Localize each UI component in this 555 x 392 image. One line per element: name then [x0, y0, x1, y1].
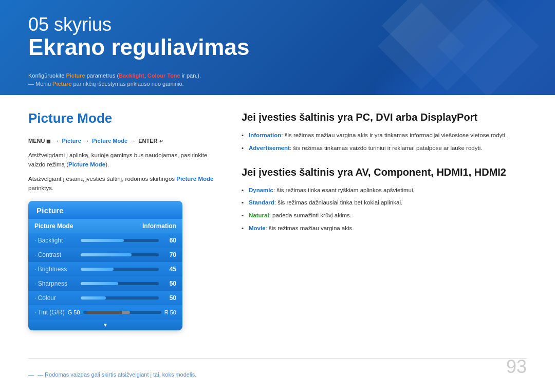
subtitle1-word1: Picture — [66, 72, 85, 79]
term-information: Information — [249, 132, 281, 138]
row-value-backlight: 60 — [164, 237, 176, 244]
backlight-row: · Backlight 60 — [28, 233, 182, 248]
header-content: 05 skyrius Ekrano reguliavimas — [28, 14, 249, 60]
picture-ui-arrow: ▼ — [28, 320, 182, 330]
row-value-sharpness: 50 — [164, 280, 176, 287]
subtitle1-word2: Backlight — [119, 72, 144, 79]
subtitle1-middle: parametrus ( — [85, 72, 119, 79]
section-title-av: Jei įvesties šaltinis yra AV, Component,… — [242, 165, 527, 179]
tint-r-value: R 50 — [164, 309, 176, 315]
decorative-diamond-2 — [437, 0, 539, 95]
bullet-item-information: Information: šis režimas mažiau vargina … — [242, 131, 527, 140]
picture-mode-ui: Picture Picture Mode Information · Backl… — [28, 201, 182, 330]
bullet-item-movie: Movie: šis režimas mažiau vargina akis. — [242, 224, 527, 233]
sharpness-fill — [81, 282, 118, 285]
description-1: Atsižvelgdami į aplinką, kurioje gaminys… — [28, 151, 218, 170]
row-value-contrast: 70 — [164, 251, 176, 258]
term-natural: Natural — [249, 212, 269, 218]
tint-label: · Tint (G/R) — [34, 309, 65, 316]
bullet-item-natural: Natural: padeda sumažinti krūvį akims. — [242, 211, 527, 220]
brightness-slider — [81, 268, 159, 271]
subtitle1-word3: Colour Tone — [147, 72, 180, 79]
sharpness-row: · Sharpness 50 — [28, 276, 182, 291]
row-label-colour: · Colour — [34, 294, 76, 302]
subtitle2-prefix: ― Meniu — [28, 81, 52, 87]
page-title: Ekrano reguliavimas — [28, 35, 249, 60]
sharpness-slider — [81, 282, 159, 285]
subtitle1-suffix: ir pan.). — [180, 72, 201, 79]
tint-fill-right — [122, 311, 130, 314]
row-value-colour: 50 — [164, 294, 176, 302]
header-subtitle-2: ― Meniu Picture parinkčių išdėstymas pri… — [28, 81, 184, 87]
bullet-item-dynamic: Dynamic: šis režimas tinka esant ryškiam… — [242, 186, 527, 195]
decorative-diamond-1 — [382, 0, 513, 91]
left-column: Picture Mode MENU ▦ → Picture → Picture … — [28, 110, 218, 330]
bullet-item-advertisement: Advertisement: šis režimas tinkamas vaiz… — [242, 144, 527, 153]
row-label-backlight: · Backlight — [34, 237, 76, 244]
tint-fill-left — [87, 311, 122, 314]
section-title-pc: Jei įvesties šaltinis yra PC, DVI arba D… — [242, 110, 527, 124]
picture-ui-header: Picture — [28, 201, 182, 219]
footer-note-text: ― Rodomas vaizdas gali skirtis atsižvelg… — [38, 371, 196, 378]
term-advertisement: Advertisement — [249, 145, 290, 151]
row-label-contrast: · Contrast — [34, 251, 76, 258]
contrast-row: · Contrast 70 — [28, 248, 182, 262]
bullet-list-pc: Information: šis režimas mažiau vargina … — [242, 131, 527, 153]
colour-slider — [81, 296, 159, 300]
contrast-fill — [81, 253, 132, 256]
footer-divider — [28, 358, 527, 359]
footer-note: ― ― Rodomas vaizdas gali skirtis atsižve… — [28, 371, 196, 378]
brightness-row: · Brightness 45 — [28, 262, 182, 276]
bullet-list-av: Dynamic: šis režimas tinka esant ryškiam… — [242, 186, 527, 233]
row-value-brightness: 45 — [164, 266, 176, 273]
term-dynamic: Dynamic — [249, 187, 273, 193]
backlight-slider — [81, 239, 159, 242]
decorative-diamond-3 — [378, 3, 465, 90]
row-label-sharpness: · Sharpness — [34, 280, 76, 287]
picture-mode-row: Picture Mode Information — [28, 219, 182, 233]
row-label-brightness: · Brightness — [34, 266, 76, 273]
term-movie: Movie — [249, 225, 266, 231]
colour-fill — [81, 296, 106, 300]
page-number: 93 — [506, 356, 527, 378]
header-banner: 05 skyrius Ekrano reguliavimas Konfigūru… — [0, 0, 555, 95]
backlight-fill — [81, 239, 124, 242]
right-column: Jei įvesties šaltinis yra PC, DVI arba D… — [242, 110, 527, 246]
bullet-item-standard: Standard: šis režimas dažniausiai tinka … — [242, 198, 527, 208]
term-standard: Standard — [249, 199, 274, 206]
tint-slider — [83, 311, 161, 314]
chapter-number: 05 skyrius — [28, 14, 249, 35]
header-subtitle-1: Konfigūruokite Picture parametrus (Backl… — [28, 72, 201, 79]
colour-row: · Colour 50 — [28, 291, 182, 305]
section-title-left: Picture Mode — [28, 110, 218, 126]
contrast-slider — [81, 253, 159, 256]
brightness-fill — [81, 268, 114, 271]
tint-g-value: G 50 — [68, 309, 80, 315]
menu-path: MENU ▦ → Picture → Picture Mode → ENTER … — [28, 138, 218, 144]
subtitle2-word: Picture — [52, 81, 71, 87]
row-value-mode: Information — [142, 222, 176, 230]
subtitle1-prefix: Konfigūruokite — [28, 72, 66, 79]
description-2: Atsižvelgiant į esamą įvesties šaltinį, … — [28, 175, 218, 193]
tint-row: · Tint (G/R) G 50 R 50 — [28, 305, 182, 320]
subtitle2-suffix: parinkčių išdėstymas priklauso nuo gamin… — [71, 81, 183, 87]
row-label-mode: Picture Mode — [34, 222, 76, 230]
